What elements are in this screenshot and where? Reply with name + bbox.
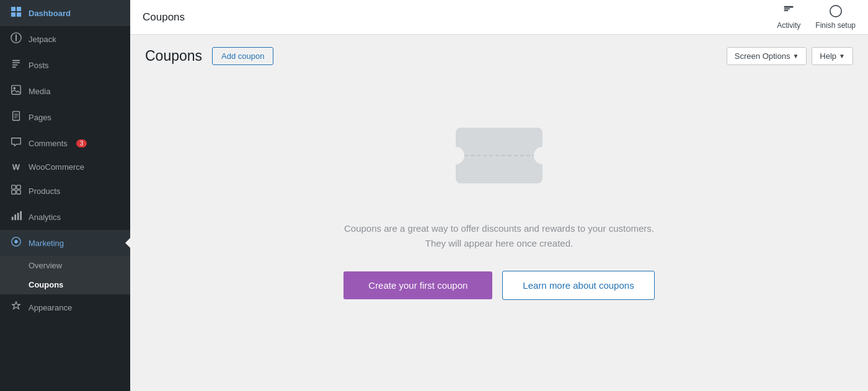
sidebar-item-label: Appearance bbox=[29, 303, 72, 312]
page-title: Coupons bbox=[145, 48, 202, 64]
sidebar-item-label: Products bbox=[29, 187, 60, 196]
pages-icon bbox=[10, 110, 22, 124]
sidebar-item-label: Posts bbox=[29, 61, 49, 70]
finish-setup-button[interactable]: Finish setup bbox=[815, 4, 856, 30]
svg-rect-10 bbox=[12, 185, 16, 189]
marketing-icon bbox=[10, 236, 22, 250]
learn-more-button[interactable]: Learn more about coupons bbox=[502, 271, 654, 300]
submenu-overview[interactable]: Overview bbox=[0, 256, 130, 275]
coupon-svg-icon bbox=[450, 112, 549, 199]
svg-rect-7 bbox=[12, 86, 20, 94]
page-content: Coupons Add coupon Screen Options ▼ Help… bbox=[130, 35, 868, 391]
activity-label: Activity bbox=[777, 21, 800, 30]
sidebar-item-appearance[interactable]: Appearance bbox=[0, 294, 130, 320]
sidebar-item-marketing[interactable]: Marketing bbox=[0, 230, 130, 256]
help-button[interactable]: Help ▼ bbox=[812, 47, 853, 65]
marketing-submenu: Overview Coupons bbox=[0, 256, 130, 294]
sidebar: Dashboard Jetpack Posts Media Pages Comm… bbox=[0, 0, 130, 391]
add-coupon-button[interactable]: Add coupon bbox=[212, 47, 273, 65]
svg-rect-16 bbox=[17, 213, 19, 221]
svg-rect-14 bbox=[12, 217, 14, 220]
main-content: Coupons Activity Finish setup Coupons Ad… bbox=[130, 0, 868, 391]
svg-rect-0 bbox=[11, 7, 16, 11]
svg-rect-12 bbox=[12, 190, 16, 194]
dashboard-icon bbox=[10, 6, 22, 20]
svg-point-23 bbox=[830, 6, 841, 17]
svg-point-8 bbox=[14, 87, 16, 90]
empty-state-description: Coupons are a great way to offer discoun… bbox=[344, 221, 654, 251]
activity-button[interactable]: Activity bbox=[777, 4, 800, 30]
sidebar-item-analytics[interactable]: Analytics bbox=[0, 204, 130, 230]
sidebar-item-label: Marketing bbox=[29, 239, 64, 248]
screen-options-button[interactable]: Screen Options ▼ bbox=[727, 47, 807, 65]
create-coupon-button[interactable]: Create your first coupon bbox=[343, 271, 492, 299]
screen-options-chevron-icon: ▼ bbox=[792, 53, 799, 59]
finish-setup-icon bbox=[829, 4, 843, 20]
coupon-illustration bbox=[450, 112, 549, 201]
svg-rect-15 bbox=[14, 214, 16, 220]
svg-rect-17 bbox=[20, 211, 22, 220]
marketing-chevron bbox=[125, 238, 130, 248]
svg-rect-6 bbox=[16, 38, 17, 41]
topbar-actions: Activity Finish setup bbox=[777, 4, 856, 30]
page-header-left: Coupons Add coupon bbox=[145, 47, 273, 65]
sidebar-item-label: Analytics bbox=[29, 213, 61, 222]
empty-state-actions: Create your first coupon Learn more abou… bbox=[343, 271, 654, 300]
products-icon bbox=[10, 184, 22, 198]
jetpack-icon bbox=[10, 32, 22, 46]
svg-rect-2 bbox=[11, 12, 16, 17]
finish-setup-label: Finish setup bbox=[815, 21, 856, 30]
sidebar-item-woocommerce[interactable]: W WooCommerce bbox=[0, 156, 130, 178]
svg-rect-20 bbox=[784, 6, 794, 8]
svg-rect-13 bbox=[17, 190, 20, 194]
activity-icon bbox=[782, 4, 795, 20]
sidebar-item-label: Media bbox=[29, 87, 50, 96]
page-header: Coupons Add coupon Screen Options ▼ Help… bbox=[145, 47, 853, 65]
sidebar-item-media[interactable]: Media bbox=[0, 78, 130, 104]
svg-rect-1 bbox=[17, 7, 21, 11]
sidebar-item-posts[interactable]: Posts bbox=[0, 52, 130, 78]
sidebar-item-label: Pages bbox=[29, 113, 51, 122]
woocommerce-icon: W bbox=[10, 162, 22, 172]
topbar: Coupons Activity Finish setup bbox=[130, 0, 868, 35]
help-label: Help bbox=[820, 51, 836, 61]
media-icon bbox=[10, 84, 22, 98]
sidebar-item-jetpack[interactable]: Jetpack bbox=[0, 26, 130, 52]
help-chevron-icon: ▼ bbox=[839, 53, 845, 59]
sidebar-item-dashboard[interactable]: Dashboard bbox=[0, 0, 130, 26]
analytics-icon bbox=[10, 210, 22, 224]
screen-options-label: Screen Options bbox=[735, 51, 790, 61]
svg-rect-3 bbox=[17, 12, 21, 17]
svg-rect-11 bbox=[17, 185, 20, 189]
svg-point-18 bbox=[14, 240, 17, 243]
sidebar-item-label: Jetpack bbox=[29, 35, 56, 44]
topbar-title: Coupons bbox=[143, 11, 185, 24]
svg-rect-5 bbox=[16, 35, 17, 38]
sidebar-item-comments[interactable]: Comments 3 bbox=[0, 130, 130, 156]
sidebar-item-products[interactable]: Products bbox=[0, 178, 130, 204]
sidebar-item-label: Comments bbox=[29, 139, 68, 148]
sidebar-item-label: Dashboard bbox=[29, 9, 71, 18]
sidebar-item-pages[interactable]: Pages bbox=[0, 104, 130, 130]
svg-rect-22 bbox=[784, 10, 788, 11]
sidebar-item-label: WooCommerce bbox=[29, 162, 84, 172]
empty-state: Coupons are a great way to offer discoun… bbox=[145, 75, 853, 337]
posts-icon bbox=[10, 58, 22, 72]
comments-badge: 3 bbox=[76, 139, 87, 147]
appearance-icon bbox=[10, 301, 22, 314]
comments-icon bbox=[10, 136, 22, 150]
submenu-coupons[interactable]: Coupons bbox=[0, 275, 130, 294]
page-header-right: Screen Options ▼ Help ▼ bbox=[727, 47, 853, 65]
svg-rect-21 bbox=[784, 8, 790, 9]
